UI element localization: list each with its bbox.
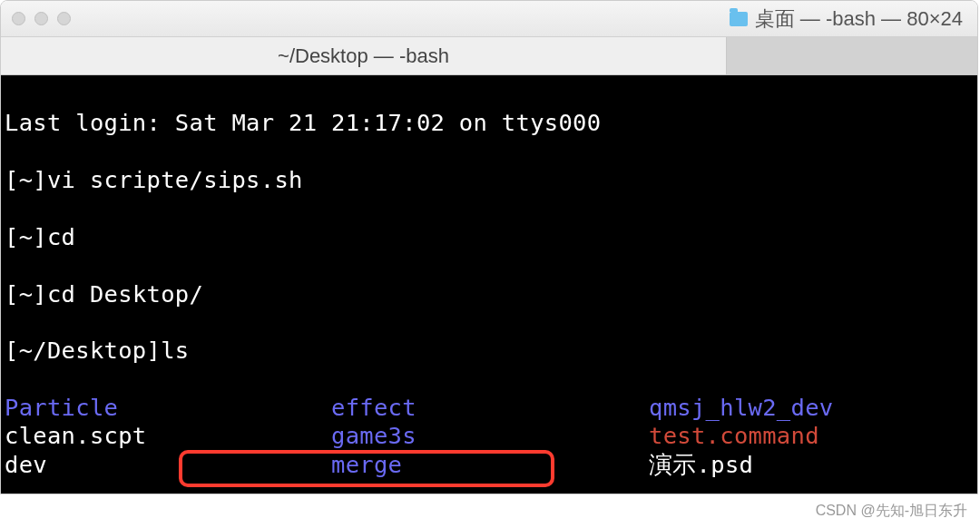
prompt: [~] — [5, 223, 47, 250]
ls-item-dir: qmsj_hlw2_dev — [649, 394, 974, 422]
prompt: [~] — [5, 166, 47, 193]
maximize-icon[interactable] — [57, 12, 71, 25]
terminal-content[interactable]: Last login: Sat Mar 21 21:17:02 on ttys0… — [1, 75, 977, 494]
ls-item-dir: merge — [331, 451, 649, 479]
prompt: [~/Desktop] — [5, 337, 161, 364]
prompt: [~] — [5, 280, 47, 308]
terminal-line: [~]vi scripte/sips.sh — [5, 166, 974, 194]
folder-icon — [730, 12, 748, 26]
window-titlebar: 桌面 — -bash — 80×24 — [1, 1, 977, 37]
ls-item-dir: game3s — [331, 422, 649, 450]
minimize-icon[interactable] — [34, 12, 48, 25]
ls-item-exec: test.command — [649, 422, 974, 450]
tab-active[interactable]: ~/Desktop — -bash — [1, 37, 727, 74]
ls-item-dir: Particle — [5, 394, 331, 422]
terminal-line: [~]cd — [5, 223, 974, 251]
window-title-text: 桌面 — -bash — 80×24 — [755, 5, 963, 33]
tab-label: ~/Desktop — -bash — [278, 44, 449, 68]
tab-bar: ~/Desktop — -bash — [1, 37, 977, 75]
command-text: cd Desktop/ — [47, 280, 203, 308]
ls-item-file: dev — [5, 451, 331, 479]
terminal-line: [~]cd Desktop/ — [5, 280, 974, 308]
window-title: 桌面 — -bash — 80×24 — [730, 5, 963, 33]
command-text: cd — [47, 223, 75, 250]
command-text: ls — [161, 337, 189, 364]
ls-item-file: clean.scpt — [5, 422, 331, 450]
close-icon[interactable] — [12, 12, 25, 25]
ls-item-file: 演示.psd — [649, 451, 974, 479]
ls-output: Particleeffectqmsj_hlw2_dev clean.scptga… — [5, 394, 974, 479]
command-text: vi scripte/sips.sh — [47, 166, 303, 193]
terminal-line: Last login: Sat Mar 21 21:17:02 on ttys0… — [5, 109, 974, 137]
terminal-line: [~/Desktop]ls — [5, 337, 974, 365]
terminal-window: 桌面 — -bash — 80×24 ~/Desktop — -bash Las… — [0, 0, 978, 494]
traffic-lights — [12, 12, 71, 25]
watermark-text: CSDN @先知-旭日东升 — [816, 502, 967, 521]
ls-item-dir: effect — [331, 394, 649, 422]
tab-empty-area — [727, 37, 977, 74]
